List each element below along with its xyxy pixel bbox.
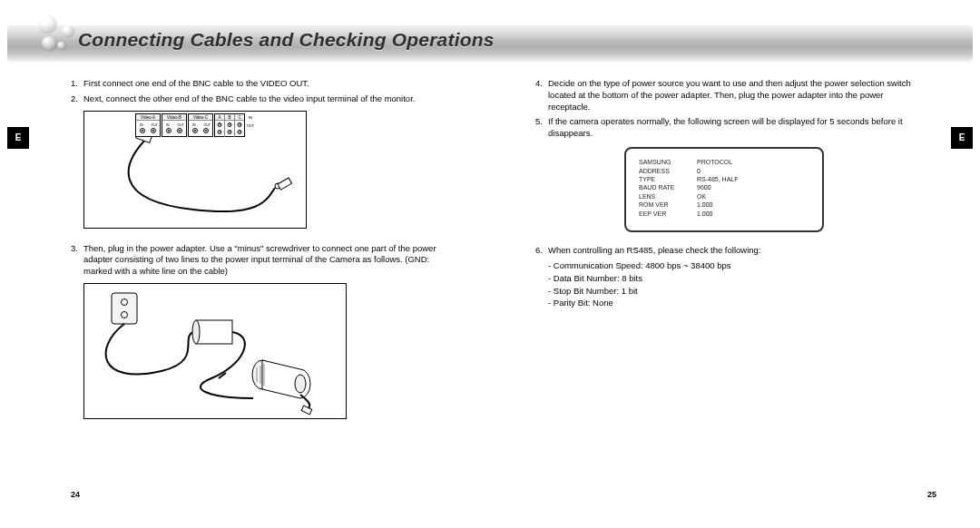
port-out-label: OUT (246, 122, 255, 130)
title-bar: Connecting Cables and Checking Operation… (7, 25, 973, 62)
decorative-droplet (62, 25, 74, 36)
svg-rect-13 (301, 406, 312, 415)
osd-row-value: RS-485, HALF (697, 175, 760, 183)
instruction-step-4: Decide on the type of power source you w… (535, 78, 918, 112)
osd-row-value: 1.000 (697, 210, 760, 218)
osd-screen-box: SAMSUNG PROTOCOL ADDRESS 0 TYPE RS-485, … (624, 147, 824, 232)
port-label-c: C (235, 114, 244, 120)
instruction-step-1: First connect one end of the BNC cable t… (71, 78, 459, 90)
video-port-jack (140, 128, 145, 133)
svg-rect-6 (196, 320, 232, 344)
edge-tab-left: E (7, 127, 29, 149)
cable-curve-illustration (84, 137, 306, 224)
port-in-label: IN (246, 113, 255, 122)
page-number-left: 24 (71, 490, 80, 499)
port-in-label: IN (140, 123, 143, 127)
osd-row-key: TYPE (639, 175, 691, 183)
figure-bnc-cable: Video-A IN OUT Video-B IN OUT Vi (83, 111, 307, 229)
video-port-b-label: Video-B (162, 114, 186, 121)
rs485-spec-data: - Data Bit Number: 8 bits (548, 273, 918, 285)
video-port-jack (177, 128, 182, 133)
osd-row-value: OK (697, 192, 760, 200)
osd-row-value: 0 (697, 167, 760, 175)
osd-row-value: 9600 (697, 183, 760, 191)
osd-row-key: ROM VER (639, 200, 691, 209)
instruction-step-2: Next, connect the other end of the BNC c… (71, 93, 459, 105)
port-out-label: OUT (178, 123, 184, 127)
video-port-jack (203, 128, 209, 133)
instruction-step-5: If the camera operates normally, the fol… (535, 116, 918, 140)
port-label-a: A (215, 114, 225, 120)
osd-row-value: PROTOCOL (697, 158, 760, 166)
svg-point-4 (122, 299, 128, 306)
decorative-droplet (38, 15, 56, 33)
port-out-label: OUT (204, 123, 211, 127)
page-title: Connecting Cables and Checking Operation… (78, 29, 495, 51)
osd-row-key: ADDRESS (639, 167, 691, 175)
svg-rect-2 (278, 178, 292, 190)
video-port-c-label: Video-C (189, 114, 212, 121)
port-in-label: IN (166, 123, 170, 127)
instruction-step-6: When controlling an RS485, please check … (535, 245, 918, 257)
svg-point-9 (295, 375, 306, 393)
rs485-spec-stop: - Stop Bit Number: 1 bit (548, 286, 918, 298)
rs485-spec-parity: - Parity Bit: None (548, 298, 918, 309)
osd-row-key: LENS (639, 192, 691, 200)
osd-row-key: EEP VER (639, 210, 691, 218)
osd-row-key: SAMSUNG (639, 158, 691, 166)
svg-rect-3 (112, 293, 137, 324)
video-port-jack (166, 128, 172, 133)
edge-tab-right: E (951, 127, 973, 149)
figure-power-adapter (83, 283, 347, 419)
osd-row-key: BAUD RATE (639, 183, 691, 191)
rs485-spec-speed: - Communication Speed: 4800 bps ~ 38400 … (548, 260, 918, 272)
page-number-right: 25 (927, 490, 936, 499)
instruction-step-3: Then, plug in the power adapter. Use a "… (71, 243, 459, 278)
svg-point-7 (192, 320, 200, 344)
port-in-label: IN (192, 123, 196, 127)
svg-point-5 (122, 312, 128, 318)
video-port-jack (192, 128, 198, 133)
decorative-droplet (57, 42, 65, 49)
port-out-label: OUT (152, 123, 158, 127)
decorative-droplet (42, 36, 56, 50)
video-port-jack (151, 128, 156, 133)
osd-row-value: 1.000 (697, 200, 760, 209)
video-port-a-label: Video-A (136, 114, 160, 121)
port-label-b: B (225, 114, 235, 120)
